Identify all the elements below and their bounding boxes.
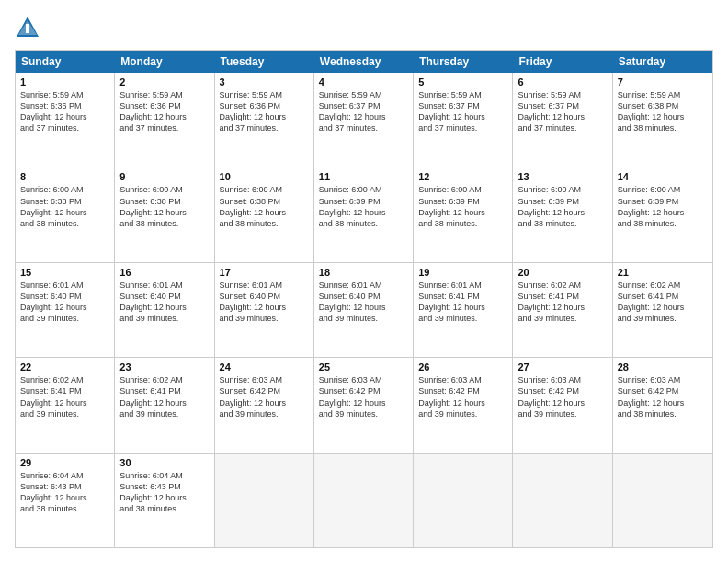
day-info: Sunrise: 6:03 AMSunset: 6:42 PMDaylight:… (618, 374, 708, 419)
header-day-monday: Monday (115, 51, 214, 73)
header-day-sunday: Sunday (16, 51, 115, 73)
day-number: 10 (220, 171, 309, 182)
day-cell-11: 11Sunrise: 6:00 AMSunset: 6:39 PMDayligh… (314, 167, 414, 261)
day-number: 15 (20, 267, 109, 278)
calendar: SundayMondayTuesdayWednesdayThursdayFrid… (15, 50, 713, 548)
day-number: 3 (220, 76, 309, 87)
day-info: Sunrise: 6:01 AMSunset: 6:40 PMDaylight:… (220, 280, 309, 325)
day-cell-18: 18Sunrise: 6:01 AMSunset: 6:40 PMDayligh… (314, 263, 414, 357)
day-number: 20 (518, 267, 607, 278)
day-info: Sunrise: 5:59 AMSunset: 6:37 PMDaylight:… (319, 89, 408, 134)
day-info: Sunrise: 5:59 AMSunset: 6:38 PMDaylight:… (618, 89, 708, 134)
day-number: 30 (119, 457, 209, 468)
day-number: 16 (119, 267, 209, 278)
day-info: Sunrise: 6:02 AMSunset: 6:41 PMDaylight:… (20, 374, 109, 419)
day-number: 28 (618, 362, 708, 373)
day-info: Sunrise: 6:03 AMSunset: 6:42 PMDaylight:… (418, 374, 507, 419)
day-info: Sunrise: 6:02 AMSunset: 6:41 PMDaylight:… (518, 280, 607, 325)
empty-cell (215, 454, 314, 547)
day-cell-24: 24Sunrise: 6:03 AMSunset: 6:42 PMDayligh… (215, 358, 314, 452)
day-number: 2 (119, 76, 209, 87)
day-number: 26 (418, 362, 507, 373)
day-number: 23 (119, 362, 209, 373)
day-cell-21: 21Sunrise: 6:02 AMSunset: 6:41 PMDayligh… (613, 263, 712, 357)
day-info: Sunrise: 5:59 AMSunset: 6:37 PMDaylight:… (418, 89, 507, 134)
day-info: Sunrise: 5:59 AMSunset: 6:36 PMDaylight:… (20, 89, 109, 134)
day-cell-6: 6Sunrise: 5:59 AMSunset: 6:37 PMDaylight… (513, 73, 612, 167)
day-number: 9 (119, 171, 209, 182)
day-cell-29: 29Sunrise: 6:04 AMSunset: 6:43 PMDayligh… (16, 454, 115, 547)
day-info: Sunrise: 6:03 AMSunset: 6:42 PMDaylight:… (319, 374, 408, 419)
day-info: Sunrise: 6:00 AMSunset: 6:38 PMDaylight:… (119, 184, 209, 229)
day-info: Sunrise: 6:00 AMSunset: 6:39 PMDaylight:… (319, 184, 408, 229)
day-info: Sunrise: 6:00 AMSunset: 6:38 PMDaylight:… (20, 184, 109, 229)
calendar-row: 1Sunrise: 5:59 AMSunset: 6:36 PMDaylight… (16, 73, 712, 167)
day-number: 11 (319, 171, 408, 182)
day-number: 4 (319, 76, 408, 87)
day-cell-27: 27Sunrise: 6:03 AMSunset: 6:42 PMDayligh… (513, 358, 612, 452)
day-info: Sunrise: 6:00 AMSunset: 6:38 PMDaylight:… (220, 184, 309, 229)
day-number: 14 (618, 171, 708, 182)
svg-rect-2 (26, 24, 29, 33)
day-info: Sunrise: 5:59 AMSunset: 6:36 PMDaylight:… (220, 89, 309, 134)
day-number: 17 (220, 267, 309, 278)
header-day-thursday: Thursday (414, 51, 513, 73)
day-number: 22 (20, 362, 109, 373)
day-cell-8: 8Sunrise: 6:00 AMSunset: 6:38 PMDaylight… (16, 167, 115, 261)
header-day-saturday: Saturday (613, 51, 712, 73)
day-info: Sunrise: 6:00 AMSunset: 6:39 PMDaylight:… (518, 184, 607, 229)
day-cell-2: 2Sunrise: 5:59 AMSunset: 6:36 PMDaylight… (115, 73, 214, 167)
day-info: Sunrise: 6:01 AMSunset: 6:40 PMDaylight:… (20, 280, 109, 325)
day-info: Sunrise: 6:03 AMSunset: 6:42 PMDaylight:… (518, 374, 607, 419)
day-cell-4: 4Sunrise: 5:59 AMSunset: 6:37 PMDaylight… (314, 73, 414, 167)
calendar-header: SundayMondayTuesdayWednesdayThursdayFrid… (16, 51, 712, 73)
day-info: Sunrise: 6:04 AMSunset: 6:43 PMDaylight:… (119, 470, 209, 515)
day-cell-20: 20Sunrise: 6:02 AMSunset: 6:41 PMDayligh… (513, 263, 612, 357)
day-cell-15: 15Sunrise: 6:01 AMSunset: 6:40 PMDayligh… (16, 263, 115, 357)
day-number: 19 (418, 267, 507, 278)
day-info: Sunrise: 6:00 AMSunset: 6:39 PMDaylight:… (418, 184, 507, 229)
day-cell-25: 25Sunrise: 6:03 AMSunset: 6:42 PMDayligh… (314, 358, 414, 452)
empty-cell (513, 454, 612, 547)
day-cell-22: 22Sunrise: 6:02 AMSunset: 6:41 PMDayligh… (16, 358, 115, 452)
day-number: 6 (518, 76, 607, 87)
calendar-row: 8Sunrise: 6:00 AMSunset: 6:38 PMDaylight… (16, 167, 712, 262)
day-number: 5 (418, 76, 507, 87)
header-day-friday: Friday (513, 51, 612, 73)
day-cell-5: 5Sunrise: 5:59 AMSunset: 6:37 PMDaylight… (414, 73, 513, 167)
day-info: Sunrise: 6:03 AMSunset: 6:42 PMDaylight:… (220, 374, 309, 419)
day-info: Sunrise: 6:01 AMSunset: 6:40 PMDaylight:… (319, 280, 408, 325)
day-cell-12: 12Sunrise: 6:00 AMSunset: 6:39 PMDayligh… (414, 167, 513, 261)
day-cell-3: 3Sunrise: 5:59 AMSunset: 6:36 PMDaylight… (215, 73, 314, 167)
day-info: Sunrise: 6:01 AMSunset: 6:40 PMDaylight:… (119, 280, 209, 325)
day-cell-1: 1Sunrise: 5:59 AMSunset: 6:36 PMDaylight… (16, 73, 115, 167)
day-number: 7 (618, 76, 708, 87)
day-number: 24 (220, 362, 309, 373)
calendar-body: 1Sunrise: 5:59 AMSunset: 6:36 PMDaylight… (16, 73, 712, 547)
day-cell-23: 23Sunrise: 6:02 AMSunset: 6:41 PMDayligh… (115, 358, 214, 452)
day-cell-28: 28Sunrise: 6:03 AMSunset: 6:42 PMDayligh… (613, 358, 712, 452)
header-day-tuesday: Tuesday (215, 51, 314, 73)
day-info: Sunrise: 5:59 AMSunset: 6:36 PMDaylight:… (119, 89, 209, 134)
header-day-wednesday: Wednesday (314, 51, 414, 73)
day-cell-14: 14Sunrise: 6:00 AMSunset: 6:39 PMDayligh… (613, 167, 712, 261)
day-number: 27 (518, 362, 607, 373)
day-cell-17: 17Sunrise: 6:01 AMSunset: 6:40 PMDayligh… (215, 263, 314, 357)
day-cell-13: 13Sunrise: 6:00 AMSunset: 6:39 PMDayligh… (513, 167, 612, 261)
calendar-row: 29Sunrise: 6:04 AMSunset: 6:43 PMDayligh… (16, 454, 712, 547)
day-cell-30: 30Sunrise: 6:04 AMSunset: 6:43 PMDayligh… (115, 454, 214, 547)
day-info: Sunrise: 6:04 AMSunset: 6:43 PMDaylight:… (20, 470, 109, 515)
day-number: 8 (20, 171, 109, 182)
day-info: Sunrise: 6:02 AMSunset: 6:41 PMDaylight:… (618, 280, 708, 325)
empty-cell (414, 454, 513, 547)
empty-cell (314, 454, 414, 547)
day-info: Sunrise: 6:00 AMSunset: 6:39 PMDaylight:… (618, 184, 708, 229)
day-cell-16: 16Sunrise: 6:01 AMSunset: 6:40 PMDayligh… (115, 263, 214, 357)
day-info: Sunrise: 5:59 AMSunset: 6:37 PMDaylight:… (518, 89, 607, 134)
header (15, 15, 713, 40)
logo-icon (15, 15, 40, 40)
calendar-row: 15Sunrise: 6:01 AMSunset: 6:40 PMDayligh… (16, 263, 712, 358)
day-number: 13 (518, 171, 607, 182)
day-number: 18 (319, 267, 408, 278)
logo (15, 15, 44, 40)
